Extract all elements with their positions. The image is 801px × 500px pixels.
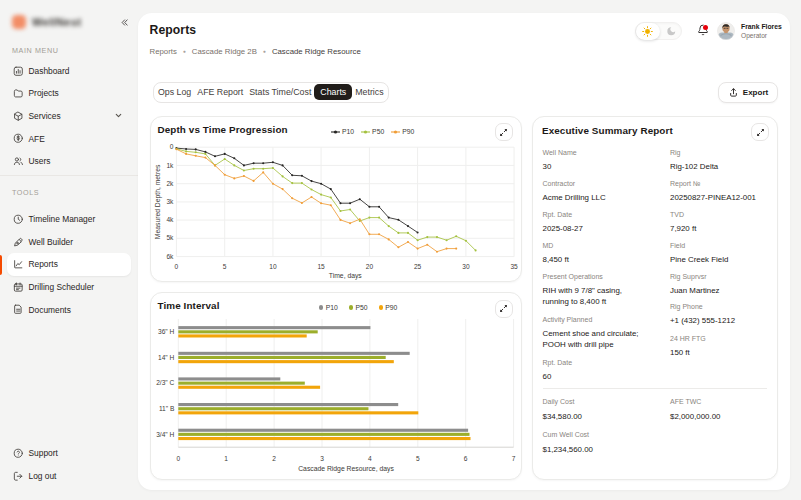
svg-text:35: 35 — [510, 262, 518, 269]
svg-text:0: 0 — [170, 143, 174, 150]
svg-text:7: 7 — [512, 455, 516, 462]
svg-text:6k: 6k — [166, 252, 174, 259]
svg-text:Measured Depth, metres: Measured Depth, metres — [154, 163, 162, 238]
svg-text:Time, days: Time, days — [329, 271, 363, 279]
svg-text:14" H: 14" H — [158, 354, 175, 361]
svg-text:5: 5 — [223, 262, 227, 269]
svg-text:10: 10 — [269, 262, 277, 269]
svg-text:3/4" H: 3/4" H — [156, 431, 174, 438]
svg-text:20: 20 — [366, 262, 374, 269]
svg-text:15: 15 — [317, 262, 325, 269]
svg-text:5k: 5k — [166, 234, 174, 241]
svg-text:Cascade Ridge Resource, days: Cascade Ridge Resource, days — [298, 465, 394, 473]
svg-text:4k: 4k — [166, 216, 174, 223]
svg-text:4: 4 — [368, 455, 372, 462]
svg-text:25: 25 — [414, 262, 422, 269]
svg-text:3: 3 — [320, 455, 324, 462]
svg-text:0: 0 — [176, 455, 180, 462]
svg-text:2k: 2k — [166, 179, 174, 186]
svg-text:1k: 1k — [166, 161, 174, 168]
svg-text:30: 30 — [462, 262, 470, 269]
svg-text:2/3" C: 2/3" C — [156, 379, 174, 386]
svg-text:36" H: 36" H — [158, 328, 175, 335]
svg-text:11" B: 11" B — [159, 405, 175, 412]
svg-text:3k: 3k — [166, 198, 174, 205]
svg-text:5: 5 — [416, 455, 420, 462]
svg-text:6: 6 — [464, 455, 468, 462]
svg-text:2: 2 — [272, 455, 276, 462]
svg-text:0: 0 — [175, 262, 179, 269]
svg-text:1: 1 — [224, 455, 228, 462]
